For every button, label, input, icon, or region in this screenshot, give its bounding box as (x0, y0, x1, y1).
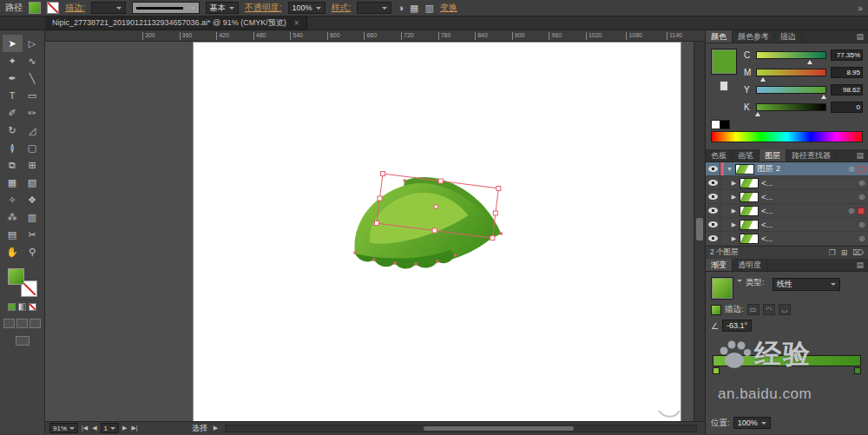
gradient-fill-swatch[interactable] (711, 277, 733, 300)
expand-arrow-icon[interactable]: ▶ (728, 235, 740, 242)
tab-pathfinder[interactable]: 路径查找器 (786, 149, 837, 161)
black-slider[interactable] (756, 103, 826, 111)
gradient-mini-swatch[interactable] (711, 305, 721, 315)
object-name[interactable]: <... (761, 178, 856, 188)
visibility-eye-icon[interactable] (706, 190, 720, 203)
width-tool[interactable]: ≬ (3, 139, 23, 156)
blend-tool[interactable]: ❖ (23, 191, 43, 208)
brush-definition-dropdown[interactable]: 基本 (206, 2, 239, 14)
stroke-across-icon[interactable]: ◡ (779, 304, 791, 315)
stroke-within-icon[interactable]: ▭ (747, 304, 760, 315)
panel-menu-icon[interactable]: ▤ (852, 30, 868, 43)
zoom-tool[interactable]: ⚲ (23, 243, 43, 260)
draw-behind-button[interactable] (16, 319, 28, 328)
color-spectrum-bar[interactable] (711, 131, 863, 142)
gradient-type-dropdown[interactable]: 线性 (773, 278, 840, 291)
none-button[interactable] (29, 303, 36, 311)
cyan-slider[interactable] (756, 51, 826, 59)
layer-object-row[interactable]: ▶ <... ◎ (706, 204, 868, 218)
yellow-value-field[interactable]: 98.62 (831, 84, 863, 96)
layer-object-row[interactable]: ▶ <... ◎ (706, 176, 868, 190)
panel-menu-icon[interactable]: ▤ (852, 259, 868, 271)
gradient-midpoint-handle[interactable] (793, 349, 800, 356)
tab-color-guide[interactable]: 颜色参考 (733, 30, 775, 43)
tab-transparency[interactable]: 透明度 (733, 259, 767, 271)
previous-artboard-icon[interactable]: ◀ (91, 425, 97, 432)
tab-color[interactable]: 颜色 (706, 30, 733, 43)
draw-inside-button[interactable] (30, 319, 41, 328)
object-name[interactable]: <... (761, 234, 856, 243)
stroke-link[interactable]: 描边: (65, 2, 85, 14)
tab-gradient[interactable]: 渐变 (706, 259, 733, 271)
direct-selection-tool[interactable]: ▷ (23, 35, 43, 52)
expand-arrow-icon[interactable]: ▼ (724, 166, 735, 172)
type-tool[interactable]: T (3, 87, 23, 104)
layer-object-row[interactable]: ▶ <... ◎ (706, 190, 868, 204)
transform-link[interactable]: 变换 (440, 2, 457, 14)
gradient-angle-field[interactable]: -63.1° (722, 320, 752, 332)
expand-arrow-icon[interactable]: ▶ (728, 180, 740, 187)
vertical-scrollbar-thumb[interactable] (696, 218, 703, 241)
object-name[interactable]: <... (761, 192, 856, 201)
delete-layer-icon[interactable]: ⌦ (852, 248, 864, 257)
column-graph-tool[interactable]: ▥ (23, 208, 43, 226)
opacity-link[interactable]: 不透明度: (245, 2, 282, 14)
pen-tool[interactable]: ✒ (3, 69, 23, 87)
magenta-value-field[interactable]: 8.95 (831, 67, 863, 78)
symbol-sprayer-tool[interactable]: ⁂ (3, 208, 23, 226)
close-document-icon[interactable]: × (294, 18, 299, 28)
free-transform-tool[interactable]: ▢ (23, 139, 43, 156)
fill-indicator-swatch[interactable] (8, 268, 24, 285)
gradient-button[interactable] (18, 303, 26, 311)
width-profile-dropdown[interactable] (132, 2, 200, 14)
align-icon[interactable]: ▦ (410, 3, 418, 13)
hand-tool[interactable]: ✋ (3, 243, 23, 260)
tab-swatches[interactable]: 色板 (706, 149, 733, 161)
artboard-navigation-select[interactable]: 1 (101, 423, 119, 433)
cyan-value-field[interactable]: 77.35% (831, 49, 863, 61)
magic-wand-tool[interactable]: ✦ (3, 52, 23, 69)
last-color-chip[interactable] (720, 81, 728, 91)
rotate-tool[interactable]: ↻ (3, 122, 23, 139)
gradient-tool[interactable]: ▧ (23, 174, 43, 191)
screen-mode-button[interactable] (16, 336, 30, 346)
object-name[interactable]: <... (761, 206, 845, 215)
target-circle-icon[interactable]: ◎ (845, 165, 858, 173)
document-viewport[interactable] (45, 42, 705, 421)
layer-name[interactable]: 图层 2 (757, 163, 845, 175)
zoom-level-select[interactable]: 91% (49, 423, 78, 433)
horizontal-scrollbar[interactable] (225, 425, 697, 432)
fill-color-swatch[interactable] (29, 2, 41, 14)
tab-brushes[interactable]: 画笔 (733, 149, 760, 161)
next-artboard-icon[interactable]: ▶ (122, 425, 128, 432)
color-button[interactable] (8, 303, 16, 311)
magenta-slider[interactable] (756, 69, 826, 76)
panel-menu-icon[interactable]: ▤ (852, 149, 868, 161)
yellow-slider[interactable] (756, 86, 826, 94)
black-value-field[interactable]: 0 (831, 102, 863, 113)
current-color-swatch[interactable] (711, 49, 737, 75)
target-circle-icon[interactable]: ◎ (856, 221, 868, 228)
object-name[interactable]: <... (761, 220, 856, 229)
visibility-eye-icon[interactable] (706, 204, 720, 217)
rectangle-tool[interactable]: ▭ (23, 87, 43, 104)
first-artboard-icon[interactable]: |◀ (81, 425, 89, 432)
eyedropper-tool[interactable]: ✧ (3, 191, 23, 208)
expand-arrow-icon[interactable]: ▶ (728, 221, 740, 228)
expand-arrow-icon[interactable]: ▶ (728, 208, 740, 214)
gradient-position-field[interactable]: 100% (733, 417, 771, 429)
new-sublayer-icon[interactable]: ❐ (829, 248, 836, 257)
artboard-tool[interactable]: ▤ (3, 226, 23, 243)
visibility-eye-icon[interactable] (706, 218, 720, 231)
layer-object-row[interactable]: ▶ <... ◎ (706, 218, 868, 232)
visibility-eye-icon[interactable] (706, 232, 720, 245)
gradient-slider[interactable] (713, 355, 861, 366)
target-circle-icon[interactable]: ◎ (845, 207, 858, 214)
opacity-dropdown[interactable]: 100% (288, 2, 326, 14)
white-swatch[interactable] (711, 120, 720, 129)
layer-object-row[interactable]: ▶ <... ◎ (706, 232, 868, 246)
last-artboard-icon[interactable]: ▶| (130, 425, 138, 432)
black-swatch[interactable] (720, 120, 730, 129)
tab-layers[interactable]: 图层 (760, 149, 786, 161)
target-circle-icon[interactable]: ◎ (856, 179, 868, 187)
